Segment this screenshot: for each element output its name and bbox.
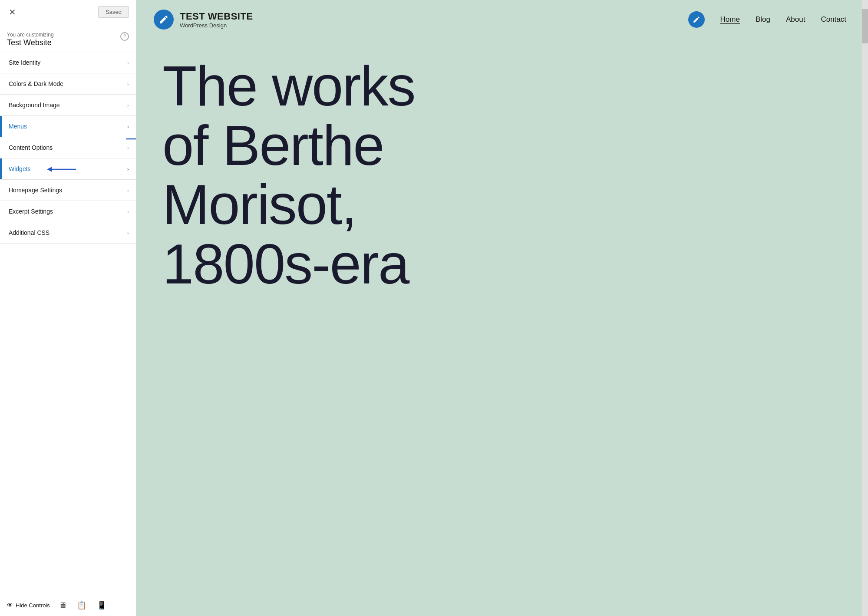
hero-section: The worksof BertheMorisot,1800s-era [136, 39, 868, 616]
chevron-right-icon: › [127, 123, 129, 130]
nav-blog[interactable]: Blog [756, 15, 770, 24]
nav-edit-button[interactable] [688, 11, 705, 28]
sidebar-item-label: Homepage Settings [9, 187, 62, 194]
sidebar-item-label: Menus [9, 123, 27, 130]
nav-home[interactable]: Home [720, 15, 740, 24]
sidebar-item-site-identity[interactable]: Site Identity› [0, 52, 136, 73]
pencil-icon [158, 14, 169, 25]
sidebar-item-label: Widgets [9, 165, 31, 172]
eye-icon: 👁 [7, 602, 13, 609]
sidebar-item-additional-css[interactable]: Additional CSS› [0, 222, 136, 243]
sidebar-item-content-options[interactable]: Content Options› [0, 137, 136, 158]
sidebar-item-excerpt-settings[interactable]: Excerpt Settings› [0, 201, 136, 222]
chevron-right-icon: › [127, 230, 129, 236]
customizing-info: You are customizing Test Website ? [0, 24, 136, 52]
sidebar-item-colors-dark-mode[interactable]: Colors & Dark Mode› [0, 73, 136, 94]
site-tagline: WordPress Design [180, 22, 253, 29]
chevron-right-icon: › [127, 166, 129, 172]
scrollbar[interactable] [862, 0, 868, 616]
sidebar-item-label: Colors & Dark Mode [9, 80, 63, 87]
site-name: Test Website [7, 38, 54, 47]
desktop-view-button[interactable]: 🖥 [57, 600, 68, 611]
sidebar-item-label: Background Image [9, 102, 60, 109]
sidebar-item-widgets[interactable]: Widgets› [0, 158, 136, 179]
chevron-right-icon: › [127, 102, 129, 109]
site-branding: TEST WEBSITE WordPress Design [154, 10, 253, 30]
nav-about[interactable]: About [786, 15, 805, 24]
sidebar-item-menus[interactable]: Menus› [0, 116, 136, 137]
menu-list: Site Identity›Colors & Dark Mode›Backgro… [0, 52, 136, 244]
hide-controls-label: Hide Controls [16, 602, 50, 609]
sidebar-item-label: Excerpt Settings [9, 208, 53, 215]
site-header: TEST WEBSITE WordPress Design Home Blog … [136, 0, 868, 39]
sidebar-item-label: Additional CSS [9, 229, 50, 236]
hero-text: The worksof BertheMorisot,1800s-era [162, 56, 415, 293]
sidebar-item-label: Site Identity [9, 59, 40, 66]
tablet-view-button[interactable]: 📋 [75, 600, 88, 611]
preview-area: TEST WEBSITE WordPress Design Home Blog … [136, 0, 868, 616]
site-title: TEST WEBSITE [180, 11, 253, 22]
sidebar-item-homepage-settings[interactable]: Homepage Settings› [0, 180, 136, 201]
site-title-block: TEST WEBSITE WordPress Design [180, 11, 253, 29]
customizing-label: You are customizing [7, 32, 54, 38]
chevron-right-icon: › [127, 208, 129, 215]
sidebar-item-label: Content Options [9, 144, 53, 151]
sidebar: ✕ Saved You are customizing Test Website… [0, 0, 136, 616]
sidebar-item-background-image[interactable]: Background Image› [0, 95, 136, 115]
chevron-right-icon: › [127, 59, 129, 66]
mobile-view-button[interactable]: 📱 [95, 600, 108, 611]
help-icon[interactable]: ? [120, 32, 129, 41]
hide-controls-button[interactable]: 👁 Hide Controls [7, 602, 50, 609]
sidebar-header: ✕ Saved [0, 0, 136, 24]
nav-pencil-icon [693, 16, 700, 23]
close-button[interactable]: ✕ [7, 8, 18, 16]
scrollbar-thumb[interactable] [862, 9, 868, 43]
site-logo-button[interactable] [154, 10, 174, 30]
sidebar-footer: 👁 Hide Controls 🖥 📋 📱 [0, 594, 136, 616]
saved-button[interactable]: Saved [98, 6, 129, 18]
site-nav: Home Blog About Contact [688, 11, 846, 28]
chevron-right-icon: › [127, 81, 129, 87]
chevron-right-icon: › [127, 145, 129, 151]
chevron-right-icon: › [127, 187, 129, 194]
nav-contact[interactable]: Contact [821, 15, 846, 24]
